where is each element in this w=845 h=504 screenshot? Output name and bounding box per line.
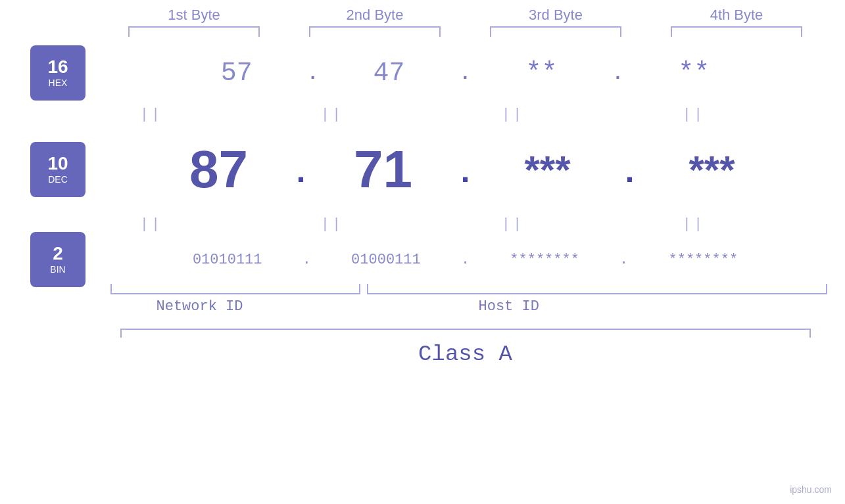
- dec-dot3: .: [620, 154, 640, 192]
- hex-values: 57 . 47 . ** . **: [85, 58, 845, 88]
- dec-badge-label: DEC: [48, 174, 68, 185]
- bin-dot2: .: [461, 252, 470, 268]
- bin-b1: 01010111: [193, 252, 262, 268]
- eq6: ||: [260, 216, 404, 233]
- bracket-b4: [671, 26, 802, 37]
- hex-badge-label: HEX: [49, 78, 68, 88]
- bin-row: 2 BIN 01010111 . 01000111 . ******** . *…: [0, 237, 845, 283]
- dec-dot2: .: [456, 154, 475, 192]
- byte-headers: 1st Byte 2nd Byte 3rd Byte 4th Byte: [104, 7, 827, 24]
- eq1: ||: [79, 106, 224, 123]
- watermark: ipshu.com: [790, 484, 832, 495]
- top-brackets: [104, 26, 827, 37]
- hex-b2: 47: [374, 58, 405, 88]
- class-bracket: [120, 329, 811, 338]
- dec-b2: 71: [354, 140, 412, 198]
- bin-badge: 2 BIN: [30, 232, 85, 287]
- hex-row: 16 HEX 57 . 47 . ** . **: [0, 43, 845, 103]
- dec-b4-cell: ***: [640, 147, 785, 193]
- host-bracket: [367, 284, 827, 294]
- hex-b1: 57: [221, 58, 253, 88]
- eq2: ||: [260, 106, 404, 123]
- eq7: ||: [441, 216, 585, 233]
- byte1-header: 1st Byte: [122, 7, 266, 24]
- class-label-container: Class A: [120, 342, 811, 367]
- host-id-label: Host ID: [479, 298, 539, 315]
- dec-b4: ***: [688, 148, 735, 192]
- bin-b3: ********: [510, 252, 579, 268]
- eq3: ||: [441, 106, 585, 123]
- dec-b1-cell: 87: [147, 139, 291, 200]
- bin-b2: 01000111: [351, 252, 421, 268]
- bin-b4-cell: ********: [631, 252, 775, 268]
- dec-b3: ***: [524, 148, 570, 192]
- hex-b3: **: [525, 58, 557, 88]
- byte4-header: 4th Byte: [664, 7, 809, 24]
- hex-dot1: .: [310, 62, 316, 83]
- dec-badge-number: 10: [47, 154, 68, 173]
- hex-b4-cell: **: [621, 58, 766, 88]
- bin-b4: ********: [668, 252, 738, 268]
- hex-dot2: .: [463, 62, 468, 83]
- bin-badge-label: BIN: [50, 264, 65, 275]
- dec-badge: 10 DEC: [30, 142, 85, 197]
- bracket-b2: [309, 26, 441, 37]
- equals-row-2: || || || ||: [61, 216, 785, 233]
- byte3-header: 3rd Byte: [483, 7, 628, 24]
- bin-b2-cell: 01000111: [314, 252, 458, 268]
- network-id-label: Network ID: [157, 298, 243, 315]
- dec-b2-cell: 71: [311, 139, 456, 200]
- hex-b1-cell: 57: [164, 58, 309, 88]
- bracket-b1: [128, 26, 260, 37]
- bracket-b3: [490, 26, 621, 37]
- dec-b1: 87: [189, 140, 248, 198]
- hex-b4: **: [678, 58, 710, 88]
- bottom-brackets-container: [104, 284, 827, 297]
- bin-badge-number: 2: [53, 244, 63, 263]
- bin-values: 01010111 . 01000111 . ******** . *******…: [85, 252, 845, 268]
- bin-dot3: .: [619, 252, 628, 268]
- id-labels-row: Network ID Host ID: [104, 298, 827, 322]
- eq4: ||: [621, 106, 766, 123]
- eq5: ||: [79, 216, 224, 233]
- class-label: Class A: [418, 342, 512, 367]
- main-container: 1st Byte 2nd Byte 3rd Byte 4th Byte 16 H…: [0, 0, 845, 504]
- hex-dot3: .: [615, 62, 620, 83]
- equals-row-1: || || || ||: [61, 106, 785, 123]
- network-bracket: [110, 284, 360, 294]
- hex-badge: 16 HEX: [30, 45, 85, 101]
- bin-b1-cell: 01010111: [155, 252, 300, 268]
- bin-b3-cell: ********: [472, 252, 617, 268]
- hex-b2-cell: 47: [317, 58, 462, 88]
- dec-b3-cell: ***: [475, 147, 620, 193]
- dec-values: 87 . 71 . *** . ***: [85, 139, 845, 200]
- hex-b3-cell: **: [469, 58, 614, 88]
- bin-dot1: .: [302, 252, 311, 268]
- eq8: ||: [621, 216, 766, 233]
- hex-badge-number: 16: [47, 58, 68, 76]
- byte2-header: 2nd Byte: [302, 7, 447, 24]
- dec-dot1: .: [291, 154, 311, 192]
- dec-row: 10 DEC 87 . 71 . *** . ***: [0, 127, 845, 212]
